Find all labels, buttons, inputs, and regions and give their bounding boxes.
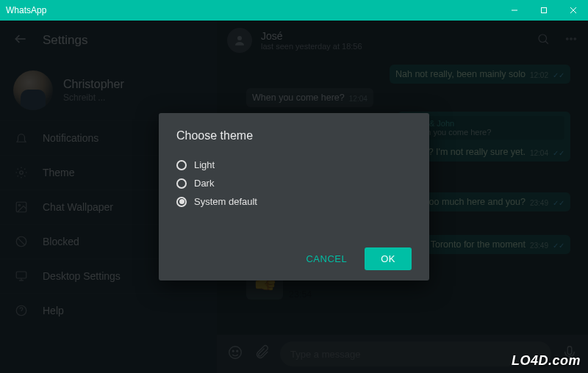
minimize-button[interactable]: [500, 0, 529, 21]
theme-option-light[interactable]: Light: [176, 156, 412, 174]
cancel-button[interactable]: CANCEL: [294, 247, 359, 270]
radio-icon: [176, 160, 187, 170]
theme-option-system[interactable]: System default: [176, 192, 412, 211]
radio-icon: [176, 178, 187, 189]
radio-label: System default: [194, 196, 257, 207]
ok-button[interactable]: OK: [365, 247, 412, 270]
radio-icon: [176, 197, 187, 207]
svg-rect-1: [542, 8, 547, 13]
app-body: Settings Christopher Schreibt ... Notifi…: [0, 21, 588, 373]
radio-label: Dark: [194, 178, 214, 189]
radio-label: Light: [194, 159, 215, 170]
theme-modal: Choose theme Light Dark System default C…: [159, 113, 429, 280]
titlebar: WhatsApp: [0, 0, 588, 21]
maximize-button[interactable]: [529, 0, 559, 21]
theme-option-dark[interactable]: Dark: [176, 174, 412, 192]
close-button[interactable]: [559, 0, 588, 21]
modal-overlay[interactable]: Choose theme Light Dark System default C…: [0, 21, 588, 373]
window-controls: [500, 0, 588, 21]
modal-title: Choose theme: [176, 129, 412, 142]
modal-actions: CANCEL OK: [176, 247, 412, 270]
titlebar-title: WhatsApp: [6, 5, 46, 15]
